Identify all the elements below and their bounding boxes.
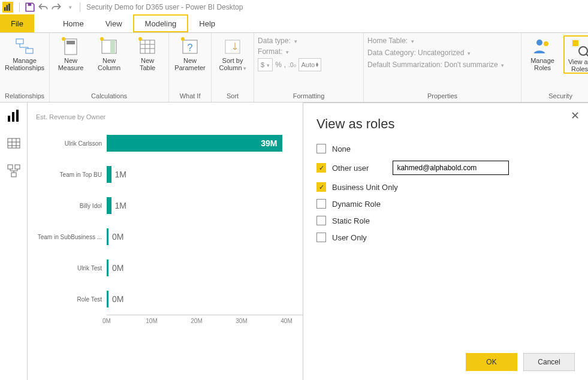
chart-bar[interactable]: 1M (107, 197, 111, 214)
data-category-label[interactable]: Data Category: Uncategorized (367, 49, 464, 57)
chart-category-label: Ulrik Test (36, 265, 107, 272)
data-view-icon[interactable] (7, 136, 21, 150)
ribbon-group-whatif: ?New Parameter What If (169, 33, 212, 102)
new-column-button[interactable]: New Column (92, 35, 126, 71)
chart-bar[interactable]: 0M (107, 291, 108, 307)
auto-dropdown[interactable]: Auto▴▾ (298, 58, 322, 71)
svg-text:?: ? (188, 43, 193, 53)
role-label: Other user (332, 164, 369, 173)
percent-button[interactable]: % (275, 61, 282, 69)
chart-category-label: Team in SubBusiness ... (36, 234, 107, 240)
sort-icon (223, 37, 242, 56)
manage-relationships-label: Manage Relationships (5, 57, 44, 71)
undo-icon[interactable] (38, 2, 49, 13)
comma-button[interactable]: , (284, 61, 286, 69)
chart-bar[interactable]: 39M (107, 135, 282, 152)
role-checkbox[interactable] (316, 233, 326, 242)
redo-icon[interactable] (51, 2, 62, 13)
menu-help[interactable]: Help (188, 14, 226, 32)
svg-rect-28 (11, 173, 16, 177)
view-as-roles-dialog: ✕ View as roles NoneOther userBusiness U… (303, 102, 588, 380)
currency-dropdown[interactable]: $ (258, 58, 273, 71)
axis-tick: 40M (281, 318, 292, 324)
role-checkbox[interactable] (316, 163, 326, 173)
chart-bar[interactable]: 0M (107, 260, 108, 276)
chart-value: 0M (112, 232, 123, 242)
role-row: Other user (316, 161, 575, 175)
new-table-button[interactable]: New Table (130, 35, 165, 71)
chart-bar[interactable]: 0M (107, 228, 108, 245)
menu-view[interactable]: View (95, 14, 133, 32)
svg-point-8 (62, 37, 65, 41)
ribbon-group-relationships: Manage Relationships Relationships (0, 33, 50, 102)
svg-rect-26 (8, 165, 13, 169)
svg-rect-1 (7, 5, 8, 11)
format-label: Format: (258, 47, 282, 56)
menu-modeling[interactable]: Modeling (133, 14, 189, 32)
ribbon-group-properties: Home Table: Data Category: Uncategorized… (364, 33, 521, 102)
new-measure-button[interactable]: New Measure (53, 35, 88, 71)
svg-rect-10 (110, 40, 115, 53)
role-row: Static Role (316, 216, 575, 225)
ok-button[interactable]: OK (466, 353, 517, 371)
manage-relationships-button[interactable]: Manage Relationships (4, 35, 46, 71)
chart-category-label: Team in Top BU (36, 171, 107, 178)
svg-rect-20 (572, 40, 578, 46)
view-as-roles-button[interactable]: View as Roles (563, 35, 588, 74)
svg-rect-3 (28, 3, 32, 6)
svg-point-19 (544, 41, 548, 46)
axis-tick: 0M (102, 318, 111, 324)
menu-home[interactable]: Home (52, 14, 95, 32)
role-checkbox[interactable] (316, 199, 326, 209)
svg-rect-0 (4, 7, 5, 11)
other-user-input[interactable] (393, 161, 509, 175)
role-label: None (332, 144, 351, 153)
svg-rect-17 (225, 40, 240, 53)
qat-dropdown-icon[interactable] (64, 2, 75, 13)
svg-point-21 (579, 47, 587, 55)
role-row: Business Unit Only (316, 182, 575, 192)
calculator-icon (61, 37, 80, 56)
separator (19, 2, 20, 12)
chart-value: 0M (112, 294, 123, 304)
data-type-label: Data type: (258, 37, 291, 45)
app-icon (2, 2, 13, 13)
chart-bar[interactable]: 1M (107, 166, 111, 183)
ribbon: Manage Relationships Relationships New M… (0, 33, 588, 102)
manage-roles-button[interactable]: Manage Roles (525, 35, 560, 71)
svg-rect-22 (8, 116, 10, 122)
group-label-properties: Properties (367, 91, 517, 102)
ribbon-group-sort: Sort by Column Sort (212, 33, 254, 102)
role-checkbox[interactable] (316, 144, 326, 153)
group-label-formatting: Formatting (258, 91, 360, 102)
role-label: Dynamic Role (332, 200, 381, 209)
cancel-button[interactable]: Cancel (523, 353, 575, 371)
close-icon[interactable]: ✕ (571, 109, 580, 122)
people-icon (533, 37, 552, 56)
model-view-icon[interactable] (7, 164, 21, 178)
svg-rect-27 (15, 165, 20, 169)
dialog-buttons: OK Cancel (466, 353, 575, 371)
report-view-icon[interactable] (7, 108, 21, 123)
role-label: Static Role (332, 216, 370, 225)
svg-rect-7 (67, 41, 75, 44)
save-icon[interactable] (25, 2, 35, 13)
axis-tick: 20M (191, 318, 202, 324)
decimals-button[interactable]: .0₀ (288, 62, 295, 68)
format-dropdown[interactable] (285, 47, 289, 56)
role-checkbox[interactable] (316, 182, 326, 192)
roles-list: NoneOther userBusiness Unit OnlyDynamic … (316, 144, 575, 242)
main-area: Est. Revenue by Owner Ulrik Carlsson39MT… (0, 102, 588, 380)
sort-by-column-button[interactable]: Sort by Column (215, 35, 250, 72)
ribbon-group-formatting: Data type: Format: $ % , .0₀ Auto▴▾ Form… (254, 33, 364, 102)
data-type-dropdown[interactable] (293, 37, 297, 45)
svg-rect-4 (16, 39, 23, 44)
role-checkbox[interactable] (316, 216, 326, 225)
menu-file[interactable]: File (0, 14, 34, 32)
view-roles-icon (570, 38, 588, 57)
axis-tick: 30M (236, 318, 247, 324)
home-table-label[interactable]: Home Table: (367, 37, 408, 45)
chart-value: 0M (112, 263, 123, 273)
default-summarization-label[interactable]: Default Summarization: Don't summarize (367, 61, 498, 69)
new-parameter-button[interactable]: ?New Parameter (173, 35, 207, 71)
